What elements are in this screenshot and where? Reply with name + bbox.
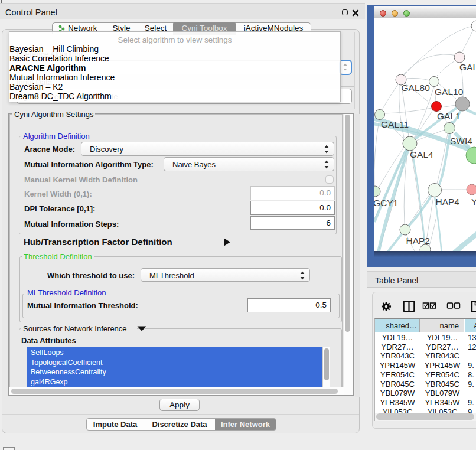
svg-text:HAP4: HAP4 bbox=[436, 197, 460, 207]
svg-text:GAL10: GAL10 bbox=[435, 87, 464, 97]
svg-text:GCY1: GCY1 bbox=[374, 198, 398, 208]
svg-text:GAL4: GAL4 bbox=[410, 149, 433, 159]
svg-text:GAL11: GAL11 bbox=[381, 119, 409, 129]
svg-text:SWI4: SWI4 bbox=[450, 136, 472, 146]
svg-text:GAL80: GAL80 bbox=[402, 83, 431, 93]
svg-text:GAL1: GAL1 bbox=[437, 111, 461, 121]
svg-text:YM: YM bbox=[471, 197, 476, 207]
svg-text:GAL2: GAL2 bbox=[459, 62, 476, 72]
svg-text:HAP2: HAP2 bbox=[406, 236, 431, 246]
